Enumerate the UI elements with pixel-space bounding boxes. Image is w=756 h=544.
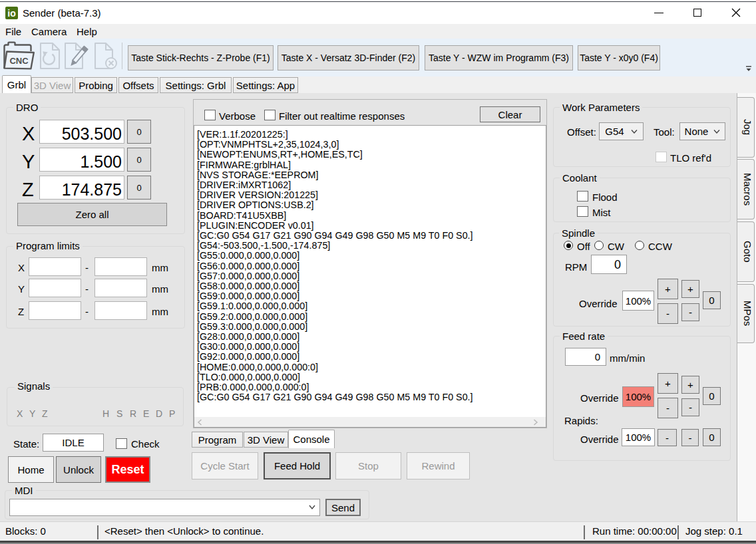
svg-text:CNC: CNC: [9, 56, 29, 66]
